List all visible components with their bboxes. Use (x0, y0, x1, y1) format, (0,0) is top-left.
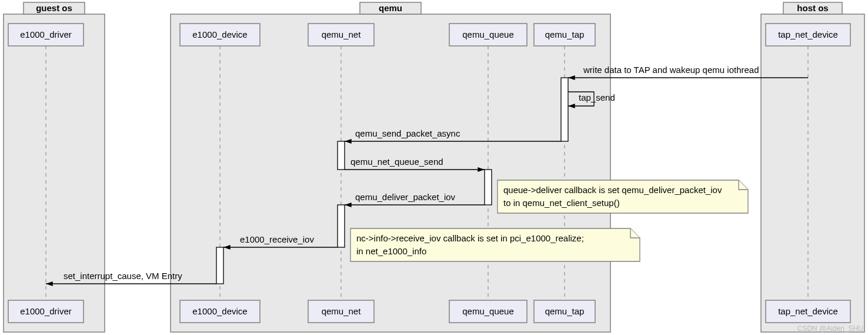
group-guest-title: guest os (36, 3, 72, 13)
watermark: CSDN @Aiden_SHU (797, 324, 863, 333)
participant-tapdev-label: tap_net_device (778, 29, 838, 39)
activation-net-2 (338, 205, 345, 247)
group-qemu-title: qemu (379, 3, 402, 13)
svg-text:qemu_queue: qemu_queue (462, 306, 514, 316)
activation-device (216, 247, 223, 284)
activation-net-1 (338, 141, 345, 170)
activation-queue (485, 170, 492, 205)
svg-text:qemu_net: qemu_net (322, 306, 362, 316)
message-send-packet-async-label: qemu_send_packet_async (355, 128, 460, 138)
note-receive-iov-line1: nc->info->receive_iov callback is set in… (356, 233, 584, 243)
participant-net-label: qemu_net (322, 29, 362, 39)
svg-text:e1000_driver: e1000_driver (20, 306, 72, 316)
participant-queue-label: qemu_queue (462, 29, 514, 39)
sequence-diagram: guest os qemu host os e1000_driver e1000… (0, 0, 868, 335)
note-deliver-callback-line2: to in qemu_net_client_setup() (503, 198, 620, 208)
svg-text:tap_net_device: tap_net_device (778, 306, 838, 316)
group-host (761, 14, 864, 332)
note-receive-iov-line2: in net_e1000_info (356, 246, 426, 256)
svg-text:qemu_tap: qemu_tap (545, 306, 585, 316)
group-host-title: host os (797, 3, 828, 13)
activation-tap (561, 78, 568, 141)
message-net-queue-send-label: qemu_net_queue_send (350, 157, 443, 167)
message-set-interrupt-label: set_interrupt_cause, VM Entry (64, 271, 182, 281)
message-e1000-receive-iov-label: e1000_receive_iov (240, 234, 314, 244)
group-qemu (171, 14, 610, 332)
participant-tap-label: qemu_tap (545, 29, 585, 39)
participant-device-label: e1000_device (192, 29, 247, 39)
group-guest (4, 14, 105, 332)
participant-driver-label: e1000_driver (20, 29, 72, 39)
message-tap-send-label: tap_send (579, 92, 615, 102)
message-write-data-label: write data to TAP and wakeup qemu iothre… (583, 65, 759, 75)
note-deliver-callback-line1: queue->deliver callback is set qemu_deli… (503, 185, 722, 195)
message-deliver-packet-iov-label: qemu_deliver_packet_iov (355, 192, 456, 202)
svg-text:e1000_device: e1000_device (192, 306, 247, 316)
